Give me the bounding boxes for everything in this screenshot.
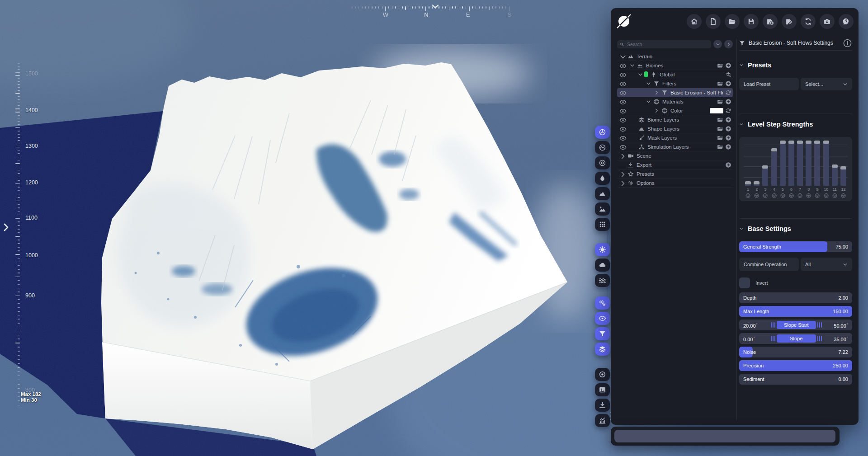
color-swatch[interactable] <box>710 108 723 113</box>
add-button[interactable] <box>725 126 731 132</box>
bar-handle[interactable] <box>780 141 786 144</box>
bar-handle[interactable] <box>771 148 777 151</box>
snapshot-button[interactable] <box>595 383 610 396</box>
tree-item-filters[interactable]: Filters <box>617 79 733 88</box>
noise-slider[interactable]: Noise7.22 <box>739 347 852 357</box>
visibility-toggle[interactable] <box>619 99 627 105</box>
level-step-bar-2[interactable] <box>754 181 760 186</box>
preset-select[interactable]: Select... <box>801 78 852 90</box>
chevron-down-icon[interactable] <box>629 63 635 68</box>
range-band[interactable]: Slope <box>777 334 816 343</box>
search-input[interactable] <box>626 41 708 47</box>
tree-collapse-all-button[interactable] <box>713 40 722 48</box>
folder-icon[interactable] <box>717 144 723 150</box>
level-step-visibility-toggle[interactable] <box>744 193 752 198</box>
tree-item-options[interactable]: Options <box>617 179 733 188</box>
slope-slider[interactable]: 0.00°35.00°Slope <box>739 333 852 344</box>
level-step-visibility-toggle[interactable] <box>770 193 778 198</box>
level-step-bar-4[interactable] <box>771 148 777 186</box>
bar-handle[interactable] <box>814 141 820 144</box>
max-length-slider[interactable]: Max Length150.00 <box>739 306 852 317</box>
refresh-button[interactable] <box>725 89 731 96</box>
export-button[interactable] <box>595 399 610 412</box>
visibility-eye-icon[interactable] <box>619 126 627 133</box>
bar-handle[interactable] <box>840 166 846 169</box>
bar-handle[interactable] <box>754 181 760 184</box>
sediment-slider[interactable]: Sediment0.00 <box>739 374 852 385</box>
level-step-visibility-toggle[interactable] <box>787 193 796 198</box>
visibility-toggle[interactable] <box>619 117 627 123</box>
folder-icon[interactable] <box>717 99 723 105</box>
add-button[interactable] <box>725 80 731 87</box>
base-settings-section-header[interactable]: Base Settings <box>739 223 852 234</box>
statistics-button[interactable] <box>595 414 610 427</box>
tree-expander[interactable] <box>619 153 627 159</box>
visibility-button[interactable] <box>595 312 610 325</box>
add-button[interactable] <box>725 162 731 168</box>
tree-item-materials[interactable]: Materials <box>617 97 733 106</box>
grid-overlay-button[interactable] <box>595 218 610 231</box>
save-button[interactable] <box>744 14 759 29</box>
level-step-bar-1[interactable] <box>745 181 751 186</box>
visibility-toggle[interactable] <box>619 71 627 78</box>
level-step-bar-12[interactable] <box>840 166 846 186</box>
refresh-button[interactable] <box>725 108 731 114</box>
tree-expander[interactable] <box>619 171 627 177</box>
chevron-down-icon[interactable] <box>646 81 651 86</box>
add-button[interactable] <box>725 62 731 69</box>
level-step-bar-3[interactable] <box>762 165 768 186</box>
tree-item-basic-erosion-soft-flows[interactable]: Basic Erosion - Soft Flows <box>617 88 733 97</box>
panel-resize-handle[interactable] <box>610 412 611 420</box>
save-copy-button[interactable] <box>782 14 797 29</box>
add-button[interactable] <box>725 135 731 141</box>
visibility-eye-icon[interactable] <box>619 89 627 97</box>
presets-section-header[interactable]: Presets <box>739 60 852 71</box>
ocean-button[interactable] <box>595 274 610 287</box>
clouds-button[interactable] <box>595 259 610 272</box>
visibility-toggle[interactable] <box>619 108 627 114</box>
level-steps-section-header[interactable]: Level Step Strengths <box>739 119 852 130</box>
panel-expand-arrow[interactable] <box>3 222 9 232</box>
home-button[interactable] <box>687 14 702 29</box>
level-step-visibility-toggle[interactable] <box>761 193 769 198</box>
environment-button[interactable] <box>595 202 610 216</box>
bar-handle[interactable] <box>745 181 751 184</box>
depth-slider[interactable]: Depth2.00 <box>739 292 852 303</box>
slope-start-slider[interactable]: 20.00°50.00°Slope Start <box>739 320 852 330</box>
panel-options-button[interactable] <box>843 38 852 48</box>
invert-checkbox[interactable] <box>739 277 750 288</box>
visibility-toggle[interactable] <box>619 62 627 69</box>
help-button[interactable] <box>839 14 854 29</box>
range-grip-left[interactable] <box>771 322 775 328</box>
layers-button[interactable] <box>595 343 610 356</box>
bar-handle[interactable] <box>823 141 829 144</box>
level-step-bar-11[interactable] <box>832 165 838 186</box>
sync-button[interactable] <box>801 14 816 29</box>
level-step-bar-7[interactable] <box>797 141 803 186</box>
tree-item-simulation-layers[interactable]: Simulation Layers <box>617 142 733 151</box>
level-step-visibility-toggle[interactable] <box>830 193 839 198</box>
level-step-bar-6[interactable] <box>788 141 794 186</box>
tree-item-global[interactable]: Global <box>617 70 733 79</box>
tree-item-shape-layers[interactable]: Shape Layers <box>617 124 733 133</box>
range-grip-right[interactable] <box>817 322 822 328</box>
range-band[interactable]: Slope Start <box>777 321 816 329</box>
visibility-toggle[interactable] <box>619 144 627 150</box>
bar-handle[interactable] <box>788 141 794 144</box>
visibility-toggle[interactable] <box>619 135 627 141</box>
add-button[interactable] <box>725 144 731 150</box>
new-file-button[interactable] <box>706 14 721 29</box>
chevron-down-icon[interactable] <box>619 53 627 61</box>
sun-light-button[interactable] <box>595 243 610 256</box>
filters-button[interactable] <box>595 327 610 340</box>
visibility-toggle[interactable] <box>619 126 627 132</box>
tree-item-biome-layers[interactable]: Biome Layers <box>617 115 733 124</box>
record-button[interactable] <box>595 368 610 381</box>
folder-icon[interactable] <box>717 126 723 132</box>
tree-item-presets[interactable]: Presets <box>617 169 733 179</box>
mountains-button[interactable] <box>595 187 610 200</box>
compass[interactable]: WNES <box>335 0 533 23</box>
chevron-right-icon[interactable] <box>654 108 660 113</box>
tree-item-color[interactable]: Color <box>617 106 733 115</box>
chevron-down-icon[interactable] <box>637 72 643 77</box>
